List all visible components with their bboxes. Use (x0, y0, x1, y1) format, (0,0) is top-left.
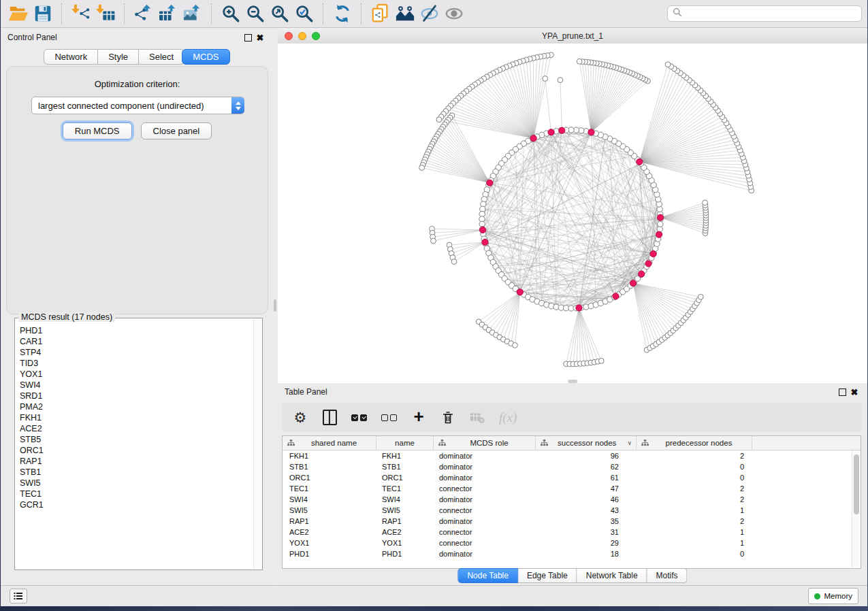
table-settings-icon[interactable]: ⚙ (293, 408, 308, 428)
new-network-from-selection-icon[interactable] (368, 2, 393, 25)
splitter-grip[interactable] (274, 299, 276, 312)
network-node[interactable] (658, 221, 663, 227)
mcds-result-item[interactable]: FKH1 (20, 412, 253, 423)
add-column-icon[interactable]: + (411, 408, 426, 428)
tab-network-table[interactable]: Network Table (577, 568, 647, 583)
mcds-result-item[interactable]: STP4 (20, 347, 253, 358)
network-hub-node[interactable] (487, 180, 493, 186)
mcds-result-item[interactable]: GCR1 (20, 499, 253, 510)
mcds-result-list[interactable]: PHD1CAR1STP4TID3YOX1SWI4SRD1PMA2FKH1ACE2… (16, 321, 253, 569)
mcds-result-item[interactable]: PHD1 (20, 325, 253, 336)
close-table-panel-icon[interactable]: ✖ (848, 386, 861, 397)
network-canvas[interactable] (278, 44, 867, 383)
apply-layout-icon[interactable] (330, 2, 355, 25)
network-leaf-node[interactable] (698, 294, 703, 299)
select-all-rows-icon[interactable] (351, 408, 367, 428)
criterion-select[interactable]: largest connected component (undirected) (31, 97, 244, 114)
mcds-result-item[interactable]: ACE2 (20, 423, 253, 434)
network-leaf-node[interactable] (598, 358, 604, 363)
table-row[interactable]: TEC1TEC1connector472 (283, 483, 861, 494)
close-panel-icon[interactable]: ✖ (254, 32, 266, 43)
network-hub-node[interactable] (637, 159, 643, 165)
network-hub-node[interactable] (479, 227, 485, 233)
network-hub-node[interactable] (588, 129, 594, 135)
table-row[interactable]: FKH1FKH1dominator962 (283, 450, 861, 461)
network-hub-node[interactable] (645, 261, 652, 267)
tab-network[interactable]: Network (44, 49, 98, 65)
deselect-all-rows-icon[interactable] (381, 408, 397, 428)
tab-edge-table[interactable]: Edge Table (518, 568, 577, 583)
network-hub-node[interactable] (576, 305, 582, 311)
import-table-icon[interactable] (93, 2, 118, 25)
import-network-icon[interactable] (69, 2, 93, 25)
network-graph[interactable] (278, 44, 867, 383)
save-session-icon[interactable] (31, 2, 55, 25)
network-hub-node[interactable] (613, 293, 619, 299)
mcds-result-item[interactable]: SRD1 (20, 391, 253, 401)
table-row[interactable]: SWI4SWI4dominator462 (283, 494, 861, 505)
mcds-result-item[interactable]: STB5 (20, 434, 253, 445)
tab-mcds[interactable]: MCDS (182, 49, 229, 65)
network-leaf-node[interactable] (513, 343, 518, 348)
mcds-result-item[interactable]: SWI4 (20, 380, 253, 391)
close-window-icon[interactable] (285, 32, 293, 40)
table-row[interactable]: PHD1PHD1dominator180 (283, 548, 861, 559)
hide-selected-icon[interactable] (417, 2, 442, 25)
table-row[interactable]: SWI5SWI5connector431 (283, 505, 861, 516)
memory-button[interactable]: Memory (808, 588, 858, 604)
mcds-result-item[interactable]: RAP1 (20, 456, 253, 467)
zoom-out-icon[interactable] (243, 2, 268, 25)
network-hub-node[interactable] (630, 280, 636, 286)
column-header-MCDS-role[interactable]: MCDS role (434, 436, 536, 450)
minimize-window-icon[interactable] (298, 32, 306, 40)
table-row[interactable]: ORC1ORC1dominator610 (283, 472, 861, 483)
zoom-fit-icon[interactable] (268, 2, 292, 25)
mcds-result-item[interactable]: PMA2 (20, 401, 253, 412)
network-hub-node[interactable] (650, 251, 656, 257)
network-leaf-node[interactable] (419, 165, 425, 171)
mcds-result-item[interactable]: ORC1 (20, 445, 253, 456)
table-scrollbar[interactable] (852, 450, 860, 567)
maximize-window-icon[interactable] (312, 32, 320, 40)
mcds-result-item[interactable]: TID3 (20, 358, 253, 369)
network-hub-node[interactable] (517, 289, 523, 295)
close-panel-button[interactable]: Close panel (141, 122, 212, 139)
run-mcds-button[interactable]: Run MCDS (63, 122, 132, 139)
tab-style[interactable]: Style (98, 49, 139, 65)
mcds-result-item[interactable]: SWI5 (20, 478, 253, 489)
toggle-columns-icon[interactable] (322, 408, 337, 428)
column-header-predecessor-nodes[interactable]: predecessor nodes (637, 436, 752, 450)
mcds-result-item[interactable]: CAR1 (20, 336, 253, 347)
network-leaf-node[interactable] (451, 259, 457, 265)
show-all-icon[interactable] (442, 2, 466, 25)
mcds-result-item[interactable]: TEC1 (20, 489, 253, 499)
zoom-selected-icon[interactable] (292, 2, 317, 25)
zoom-in-icon[interactable] (219, 2, 243, 25)
mcds-result-item[interactable]: STB1 (20, 467, 253, 478)
delete-column-icon[interactable] (440, 408, 455, 428)
mcds-result-item[interactable]: YOX1 (20, 369, 253, 380)
table-row[interactable]: RAP1RAP1dominator352 (283, 516, 861, 527)
network-leaf-node[interactable] (558, 78, 563, 83)
network-leaf-node[interactable] (543, 76, 548, 82)
tab-select[interactable]: Select (139, 49, 184, 65)
network-hub-node[interactable] (559, 127, 565, 133)
network-hub-node[interactable] (656, 231, 662, 237)
network-hub-node[interactable] (530, 135, 536, 142)
network-hub-node[interactable] (639, 271, 645, 277)
network-leaf-node[interactable] (703, 200, 708, 205)
network-hub-node[interactable] (482, 239, 488, 245)
column-header-name[interactable]: name (376, 436, 434, 450)
network-hub-node[interactable] (548, 129, 554, 135)
export-table-icon[interactable] (156, 2, 180, 25)
table-row[interactable]: ACE2ACE2connector311 (283, 527, 861, 538)
tab-node-table[interactable]: Node Table (457, 568, 518, 583)
search-box[interactable] (667, 5, 862, 22)
search-input[interactable] (686, 8, 856, 19)
network-leaf-node[interactable] (665, 62, 671, 67)
column-header-shared-name[interactable]: shared name (283, 436, 376, 450)
mcds-list-scrollbar[interactable] (253, 319, 261, 569)
column-header-successor-nodes[interactable]: successor nodes∨ (536, 436, 637, 450)
network-leaf-node[interactable] (436, 117, 442, 122)
first-neighbors-icon[interactable] (393, 2, 417, 25)
